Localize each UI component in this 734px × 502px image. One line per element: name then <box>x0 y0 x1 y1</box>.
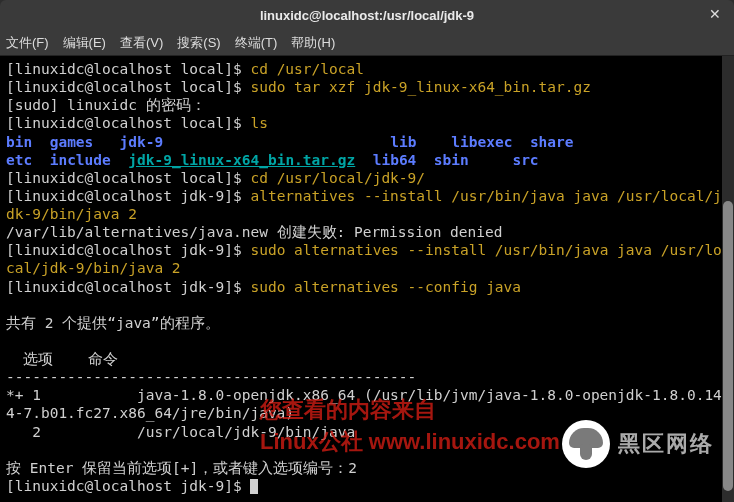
terminal-line: *+ 1 java-1.8.0-openjdk.x86_64 (/usr/lib… <box>6 386 728 422</box>
terminal-line: [linuxidc@localhost jdk-9]$ alternatives… <box>6 187 728 223</box>
terminal-line: [linuxidc@localhost local]$ ls <box>6 114 728 132</box>
terminal-line: 2 /usr/local/jdk-9/bin/java <box>6 423 728 441</box>
menu-terminal[interactable]: 终端(T) <box>235 34 278 52</box>
close-icon[interactable]: ✕ <box>706 5 724 23</box>
terminal-line <box>6 296 728 314</box>
terminal-line: [linuxidc@localhost jdk-9]$ sudo alterna… <box>6 278 728 296</box>
cursor <box>250 479 258 494</box>
scrollbar-track[interactable] <box>722 56 734 502</box>
terminal-line: [linuxidc@localhost local]$ cd /usr/loca… <box>6 60 728 78</box>
terminal-line: ----------------------------------------… <box>6 368 728 386</box>
menu-view[interactable]: 查看(V) <box>120 34 163 52</box>
terminal-viewport[interactable]: [linuxidc@localhost local]$ cd /usr/loca… <box>0 56 734 502</box>
menu-edit[interactable]: 编辑(E) <box>63 34 106 52</box>
terminal-line: etc include jdk-9_linux-x64_bin.tar.gz l… <box>6 151 728 169</box>
terminal-line <box>6 332 728 350</box>
terminal-line: [sudo] linuxidc 的密码： <box>6 96 728 114</box>
terminal-line: [linuxidc@localhost local]$ sudo tar xzf… <box>6 78 728 96</box>
scrollbar-thumb[interactable] <box>723 201 733 491</box>
terminal-line <box>6 441 728 459</box>
menu-help[interactable]: 帮助(H) <box>291 34 335 52</box>
terminal-line: 选项 命令 <box>6 350 728 368</box>
menubar: 文件(F) 编辑(E) 查看(V) 搜索(S) 终端(T) 帮助(H) <box>0 30 734 56</box>
terminal-line: [linuxidc@localhost local]$ cd /usr/loca… <box>6 169 728 187</box>
terminal-line: [linuxidc@localhost jdk-9]$ sudo alterna… <box>6 241 728 277</box>
terminal-line: 按 Enter 保留当前选项[+]，或者键入选项编号：2 <box>6 459 728 477</box>
menu-file[interactable]: 文件(F) <box>6 34 49 52</box>
window-titlebar: linuxidc@localhost:/usr/local/jdk-9 ✕ <box>0 0 734 30</box>
terminal-line: /var/lib/alternatives/java.new 创建失败: Per… <box>6 223 728 241</box>
terminal-line: bin games jdk-9 lib libexec share <box>6 133 728 151</box>
terminal-line: 共有 2 个提供“java”的程序。 <box>6 314 728 332</box>
window-title: linuxidc@localhost:/usr/local/jdk-9 <box>260 8 474 23</box>
terminal-line: [linuxidc@localhost jdk-9]$ <box>6 477 728 495</box>
menu-search[interactable]: 搜索(S) <box>177 34 220 52</box>
